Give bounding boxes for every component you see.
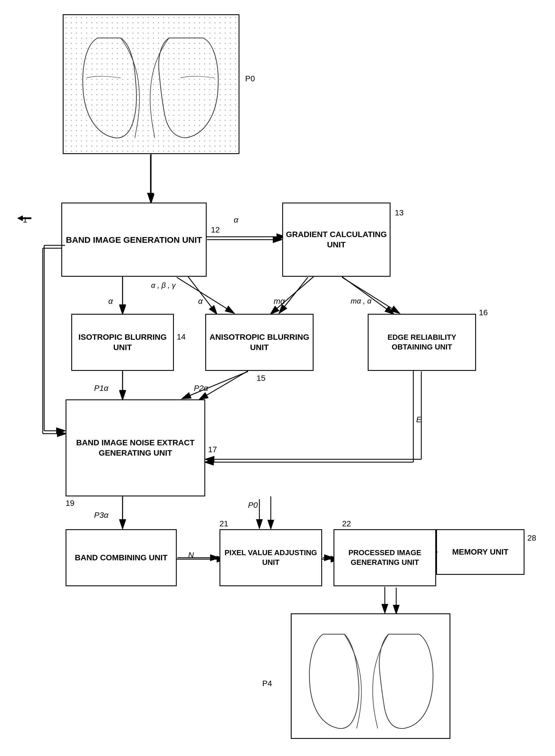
band-image-noise-box: BAND IMAGE NOISE EXTRACT GENERATING UNIT xyxy=(66,399,205,496)
svg-marker-24 xyxy=(17,215,31,221)
ref-16: 16 xyxy=(479,308,488,317)
svg-line-5 xyxy=(188,277,217,314)
ref-12: 12 xyxy=(211,225,220,235)
ref-28: 28 xyxy=(527,533,536,543)
lung-image-bottom-svg xyxy=(292,614,450,738)
isotropic-blur-box: ISOTROPIC BLURRING UNIT xyxy=(71,314,174,371)
lung-image-top-svg: // dots not in svg - use pattern xyxy=(63,15,239,153)
pixel-value-box: PIXEL VALUE ADJUSTING UNIT xyxy=(219,529,322,586)
top-lung-image: // dots not in svg - use pattern xyxy=(63,14,240,154)
p0-label-mid: P0 xyxy=(248,501,258,510)
svg-line-32 xyxy=(342,277,399,313)
ref1-arrow xyxy=(17,214,40,225)
diagram-container: // dots not in svg - use pattern P0 xyxy=(0,0,555,756)
svg-line-7 xyxy=(342,277,393,314)
e-label: E xyxy=(416,415,422,424)
edge-reliability-box: EDGE RELIABILITY OBTAINING UNIT xyxy=(368,314,476,371)
p0-label-top: P0 xyxy=(245,74,255,83)
svg-line-30 xyxy=(177,277,234,313)
ref-15: 15 xyxy=(257,374,265,383)
svg-line-34 xyxy=(182,371,248,399)
m-alpha-alpha-label: mα , α xyxy=(351,297,372,306)
ref-21: 21 xyxy=(219,519,228,528)
memory-unit-box: MEMORY UNIT xyxy=(436,529,524,575)
ref-14: 14 xyxy=(177,332,185,342)
p4-label: P4 xyxy=(262,679,272,688)
alpha-aniso-label: α xyxy=(198,297,203,306)
gradient-calc-box: GRADIENT CALCULATING UNIT xyxy=(282,203,390,277)
svg-line-6 xyxy=(271,277,313,314)
alpha-beta-gamma-label: α , β , γ xyxy=(151,281,176,290)
svg-line-31 xyxy=(280,277,308,313)
n-label: N xyxy=(188,551,194,560)
bottom-lung-image xyxy=(291,613,451,739)
m-alpha-label: mα xyxy=(274,297,285,306)
p3-alpha-label: P3α xyxy=(94,511,108,520)
alpha-label-h: α xyxy=(234,215,238,225)
p2-alpha-label: P2α xyxy=(194,384,208,393)
alpha-down-label: α xyxy=(108,297,113,306)
anisotropic-blur-box: ANISOTROPIC BLURRING UNIT xyxy=(205,314,313,371)
svg-rect-25 xyxy=(292,614,450,738)
band-combining-box: BAND COMBINING UNIT xyxy=(66,529,177,586)
ref-17: 17 xyxy=(208,445,217,454)
p1-alpha-label: P1α xyxy=(94,384,108,393)
processed-image-box: PROCESSED IMAGE GENERATING UNIT xyxy=(334,529,436,586)
ref-22: 22 xyxy=(342,519,351,528)
ref-19: 19 xyxy=(66,499,74,508)
ref-13: 13 xyxy=(395,208,403,217)
band-image-gen-box: BAND IMAGE GENERATION UNIT xyxy=(61,203,207,277)
